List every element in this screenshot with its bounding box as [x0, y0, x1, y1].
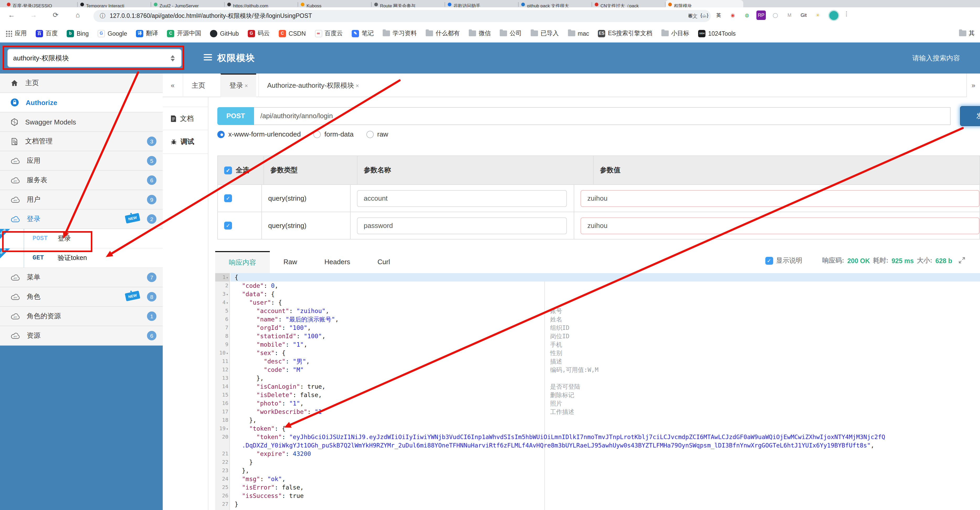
radio-icon[interactable]: [313, 131, 321, 138]
response-tab[interactable]: Headers: [311, 251, 364, 273]
browser-tab[interactable]: https://github.com: [225, 0, 298, 7]
fold-caret-icon[interactable]: ▾: [226, 276, 228, 280]
bookmark-item[interactable]: ∞百度云: [315, 29, 343, 37]
bookmark-item[interactable]: 百百度: [36, 29, 58, 37]
param-checkbox[interactable]: ✓: [224, 194, 232, 202]
bookmark-item[interactable]: 应用: [5, 29, 27, 37]
document-tab[interactable]: 主页: [183, 73, 214, 97]
bookmark-item[interactable]: GGoogle: [98, 30, 127, 37]
reload-icon[interactable]: ⟳: [50, 11, 61, 19]
hamburger-icon[interactable]: [204, 54, 212, 61]
switcher-debug[interactable]: 调试: [163, 130, 208, 154]
bookmark-item[interactable]: 微信: [469, 29, 491, 37]
bookmark-item[interactable]: 10241024Tools: [698, 30, 736, 37]
extension-icon[interactable]: M: [785, 11, 794, 20]
radio-icon[interactable]: [366, 131, 374, 138]
content-type-radio[interactable]: form-data: [313, 130, 353, 138]
browser-menu-icon[interactable]: ⋮: [843, 11, 850, 18]
url-text[interactable]: 127.0.0.1:8760/api/gate/doc.html#/author…: [110, 12, 684, 20]
extension-icon[interactable]: ◍: [742, 11, 752, 20]
param-value-input[interactable]: zuihou: [581, 190, 980, 207]
response-tab[interactable]: Raw: [270, 251, 311, 273]
sidebar-item[interactable]: API角色的资源1: [0, 307, 163, 326]
show-description-checkbox[interactable]: ✓: [765, 257, 773, 265]
browser-tab[interactable]: 百度-登录/JSESSIO: [4, 0, 78, 7]
param-name-input[interactable]: password: [357, 217, 567, 234]
sidebar-operation-post[interactable]: NEWPOST登录: [0, 229, 163, 249]
extension-icon[interactable]: ✳: [813, 11, 822, 20]
sidebar-item[interactable]: 主页: [0, 73, 163, 93]
extension-icon[interactable]: ▣: [686, 11, 695, 20]
content-type-radio[interactable]: raw: [366, 130, 388, 138]
browser-tab[interactable]: CN文件过大（pack: [592, 0, 666, 7]
browser-tab[interactable]: Zuul2 - JumpServer: [151, 0, 225, 7]
browser-tab[interactable]: Kuboss: [298, 0, 372, 7]
bookmark-item[interactable]: 什么都有: [426, 29, 460, 37]
bookmark-item[interactable]: 其: [959, 29, 975, 37]
page-info-icon[interactable]: ⓘ: [100, 12, 105, 20]
fold-caret-icon[interactable]: ▾: [226, 351, 228, 355]
bookmark-item[interactable]: CCSDN: [279, 30, 306, 37]
bookmark-item[interactable]: GitHub: [210, 30, 239, 37]
extension-icon[interactable]: {…}: [700, 11, 709, 20]
browser-tab[interactable]: Temporary Interacti: [78, 0, 151, 7]
bookmark-item[interactable]: 小目标: [661, 29, 689, 37]
extension-icon[interactable]: ◯: [770, 11, 780, 20]
bookmark-item[interactable]: ✎笔记: [352, 29, 374, 37]
sidebar-item[interactable]: API登录NEW2: [0, 210, 163, 229]
browser-tab[interactable]: 谷歌访问助手: [445, 0, 519, 7]
fullscreen-icon[interactable]: [958, 257, 965, 265]
fold-caret-icon[interactable]: ▾: [226, 427, 228, 431]
expand-tabs-button[interactable]: »: [966, 73, 980, 97]
response-tab[interactable]: 响应内容: [215, 251, 270, 273]
sidebar-item[interactable]: Authorize: [0, 93, 163, 112]
fold-caret-icon[interactable]: ▾: [226, 301, 228, 305]
bookmark-item[interactable]: C开源中国: [167, 29, 201, 37]
extension-icon[interactable]: ◉: [728, 11, 738, 20]
profile-avatar[interactable]: [828, 10, 839, 21]
back-icon[interactable]: ←: [6, 11, 17, 19]
switcher-doc[interactable]: 文档: [163, 107, 208, 130]
param-checkbox[interactable]: ✓: [224, 222, 232, 230]
bookmark-item[interactable]: 学习资料: [383, 29, 417, 37]
forward-icon[interactable]: →: [29, 11, 39, 19]
sidebar-item[interactable]: API服务表6: [0, 171, 163, 190]
content-type-radio[interactable]: x-www-form-urlencoded: [217, 130, 301, 138]
browser-tab[interactable]: github pack 文件很大: [519, 0, 592, 7]
select-all-checkbox[interactable]: ✓: [224, 166, 232, 174]
extension-icon[interactable]: Git: [799, 11, 808, 20]
close-tab-icon[interactable]: ×: [245, 83, 248, 89]
bookmark-item[interactable]: ESES搜索引擎文档: [598, 29, 652, 37]
document-tab[interactable]: Authorize-authority-权限模块×: [258, 73, 368, 97]
sidebar-item[interactable]: API菜单7: [0, 268, 163, 287]
header-search-input[interactable]: 请输入搜索内容: [912, 54, 960, 63]
bookmark-item[interactable]: bBing: [67, 30, 89, 37]
sidebar-item[interactable]: API应用5: [0, 151, 163, 171]
sidebar-item[interactable]: API角色NEW8: [0, 287, 163, 307]
radio-icon[interactable]: [217, 131, 225, 138]
sidebar-operation-get[interactable]: NEWGET验证token: [0, 249, 163, 268]
param-value-input[interactable]: zuihou: [581, 217, 980, 234]
bookmark-item[interactable]: 已导入: [531, 29, 559, 37]
param-name-input[interactable]: account: [357, 190, 567, 207]
request-url-input[interactable]: /api/authority/anno/login: [254, 107, 951, 125]
bookmark-item[interactable]: mac: [568, 30, 589, 37]
response-tab[interactable]: Curl: [364, 251, 404, 273]
collapse-tabs-button[interactable]: «: [163, 73, 183, 97]
browser-tab[interactable]: Route 网关会参与: [372, 0, 445, 7]
sidebar-item[interactable]: Swagger Models: [0, 112, 163, 132]
module-select[interactable]: authority-权限模块: [7, 49, 181, 67]
extension-icon[interactable]: RP: [756, 11, 766, 20]
sidebar-item[interactable]: API用户9: [0, 190, 163, 210]
sidebar-item[interactable]: 文档管理3: [0, 132, 163, 151]
bookmark-item[interactable]: 译翻译: [136, 29, 158, 37]
extension-icon[interactable]: 英: [714, 11, 723, 20]
browser-tab[interactable]: 权限模块: [666, 0, 743, 7]
bookmark-item[interactable]: 公司: [500, 29, 522, 37]
home-icon[interactable]: ⌂: [72, 11, 83, 19]
close-tab-icon[interactable]: ×: [356, 83, 359, 89]
bookmark-item[interactable]: G码云: [248, 29, 270, 37]
send-button[interactable]: 发送: [960, 106, 980, 126]
response-body-editor[interactable]: 1▾{2 "code": 0,3▾ "data": {4▾ "user": {5…: [215, 273, 980, 510]
document-tab[interactable]: 登录×: [220, 73, 256, 97]
